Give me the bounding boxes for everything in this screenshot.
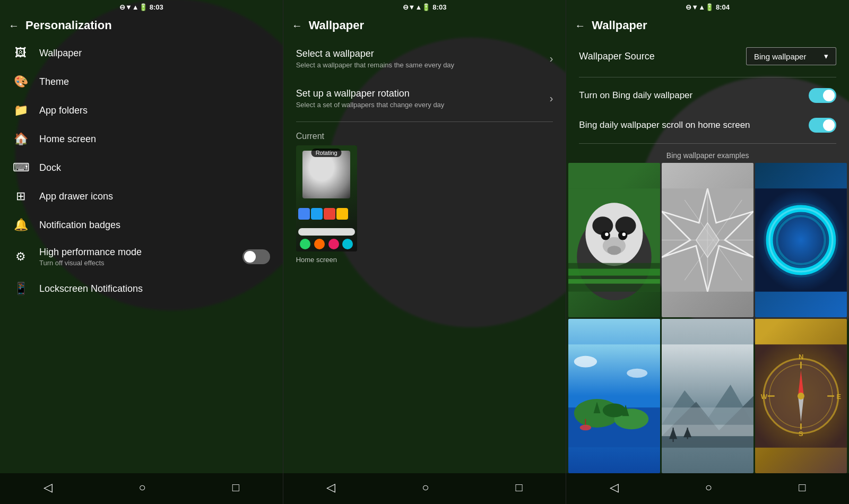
panel2-topnav: ← Wallpaper [283,14,566,39]
grid-cell-compass[interactable]: N S W E [755,319,847,473]
bing-daily-toggle[interactable] [809,88,836,103]
back-button-2[interactable]: ← [292,20,302,32]
highperf-sub: Turn off visual effects [39,259,232,267]
grid-cell-panda[interactable] [568,163,660,317]
time-1: 8:03 [150,3,163,11]
appdrawer-label: App drawer icons [39,191,113,202]
wifi-icon-3: ▼ [691,3,698,11]
status-bar-2: ⊖ ▼ ▲ 🔋 8:03 [283,0,566,14]
bing-scroll-toggle[interactable] [809,118,836,133]
recents-nav-1[interactable]: □ [222,479,250,497]
home-nav-3[interactable]: ○ [695,479,723,497]
back-button-3[interactable]: ← [575,20,585,32]
signal-icon-2: ▲ [415,3,422,11]
recents-nav-2[interactable]: □ [505,479,533,497]
nav-item-appfolders[interactable]: 📁 App folders [0,96,283,125]
dropdown-chevron-icon: ▾ [824,51,828,61]
personalization-panel: ⊖ ▼ ▲ 🔋 8:03 ← Personalization 🖼 Wallpap… [0,0,283,504]
preview-searchbar [298,228,355,236]
highperf-label: High performance mode [39,247,232,258]
bottom-bar-2: ◁ ○ □ [283,473,566,504]
svg-text:W: W [761,393,768,401]
svg-point-35 [574,356,597,368]
locknotif-icon: 📱 [13,282,29,296]
wallpaper-label: Wallpaper [39,48,82,59]
svg-point-8 [605,232,609,236]
dock-label: Dock [39,162,61,173]
back-button-1[interactable]: ← [8,20,19,32]
locknotif-label: Lockscreen Notifications [39,283,143,294]
svg-point-36 [627,369,648,378]
nav-item-locknotif[interactable]: 📱 Lockscreen Notifications [0,274,283,303]
svg-point-33 [580,425,592,431]
svg-text:S: S [799,430,803,438]
back-nav-1[interactable]: ◁ [33,479,63,497]
bing-scroll-toggle-row: Bing daily wallpaper scroll on home scre… [566,110,849,140]
homescreen-label: Home screen [39,134,96,145]
signal-icon-3: ▲ [698,3,705,11]
preview-label: Home screen [296,256,337,264]
home-nav-2[interactable]: ○ [411,479,439,497]
grid-cell-cracked[interactable] [662,163,753,317]
select-wallpaper-option[interactable]: Select a wallpaper Select a wallpaper th… [283,39,566,79]
nav-item-homescreen[interactable]: 🏠 Home screen [0,125,283,153]
bing-daily-label: Turn on Bing daily wallpaper [579,90,809,101]
select-wallpaper-chevron: › [550,53,553,65]
grid-cell-islands[interactable] [568,319,660,473]
svg-rect-11 [568,263,660,292]
back-nav-3[interactable]: ◁ [599,479,629,497]
preview-panda-image [302,151,350,198]
nav-item-dock[interactable]: ⌨ Dock [0,153,283,182]
appfolders-icon: 📁 [13,103,29,117]
svg-point-2 [586,203,643,266]
time-3: 8:04 [716,3,730,11]
svg-point-10 [608,246,621,255]
recents-nav-3[interactable]: □ [788,479,816,497]
grid-cell-foggy[interactable] [662,319,753,473]
select-wallpaper-sub: Select a wallpaper that remains the same… [296,61,454,69]
dock-icon: ⌨ [13,161,29,175]
source-row: Wallpaper Source Bing wallpaper ▾ [566,39,849,74]
bing-scroll-label: Bing daily wallpaper scroll on home scre… [579,120,809,131]
notification-icon-1: ⊖ [119,3,125,11]
home-nav-1[interactable]: ○ [128,479,157,497]
svg-rect-40 [662,407,753,424]
battery-icon-2: 🔋 [422,3,430,11]
notification-icon-3: ⊖ [686,3,691,11]
svg-point-9 [622,232,626,236]
signal-icon-1: ▲ [132,3,139,11]
source-dropdown[interactable]: Bing wallpaper ▾ [746,47,836,65]
highperf-toggle[interactable] [242,249,270,264]
theme-icon: 🎨 [13,75,29,89]
nav-item-theme[interactable]: 🎨 Theme [0,67,283,96]
nav-item-appdrawer[interactable]: ⊞ App drawer icons [0,182,283,211]
appfolders-label: App folders [39,105,88,116]
bing-daily-toggle-row: Turn on Bing daily wallpaper [566,81,849,110]
panel1-content: ⊖ ▼ ▲ 🔋 8:03 ← Personalization 🖼 Wallpap… [0,0,283,504]
notifbadges-icon: 🔔 [13,218,29,232]
preview-frame[interactable]: Rotating [296,145,357,251]
panel3-title: Wallpaper [592,19,647,32]
svg-text:E: E [837,393,842,401]
highperf-icon: ⚙ [13,250,29,264]
preview-icon-3 [324,208,335,220]
preview-badge: Rotating [311,149,342,157]
wallpaper-source-panel: ⊖ ▼ ▲ 🔋 8:04 ← Wallpaper Wallpaper Sourc… [566,0,849,504]
rotation-option[interactable]: Set up a wallpaper rotation Select a set… [283,79,566,118]
status-bar-3: ⊖ ▼ ▲ 🔋 8:04 [566,0,849,14]
nav-item-wallpaper[interactable]: 🖼 Wallpaper [0,39,283,67]
preview-icon-2 [311,208,323,220]
battery-icon-1: 🔋 [139,3,148,11]
theme-label: Theme [39,76,69,88]
back-nav-2[interactable]: ◁ [316,479,346,497]
preview-dock [298,239,355,249]
svg-text:N: N [799,353,803,361]
nav-item-highperf[interactable]: ⚙ High performance mode Turn off visual … [0,239,283,274]
notification-icon-2: ⊖ [403,3,409,11]
dock-dot-2 [314,239,325,249]
preview-icon-4 [336,208,348,220]
nav-item-notifbadges[interactable]: 🔔 Notification badges [0,211,283,239]
grid-cell-blue-ring[interactable] [755,163,847,317]
svg-point-55 [798,393,804,399]
wallpaper-icon: 🖼 [13,46,29,60]
